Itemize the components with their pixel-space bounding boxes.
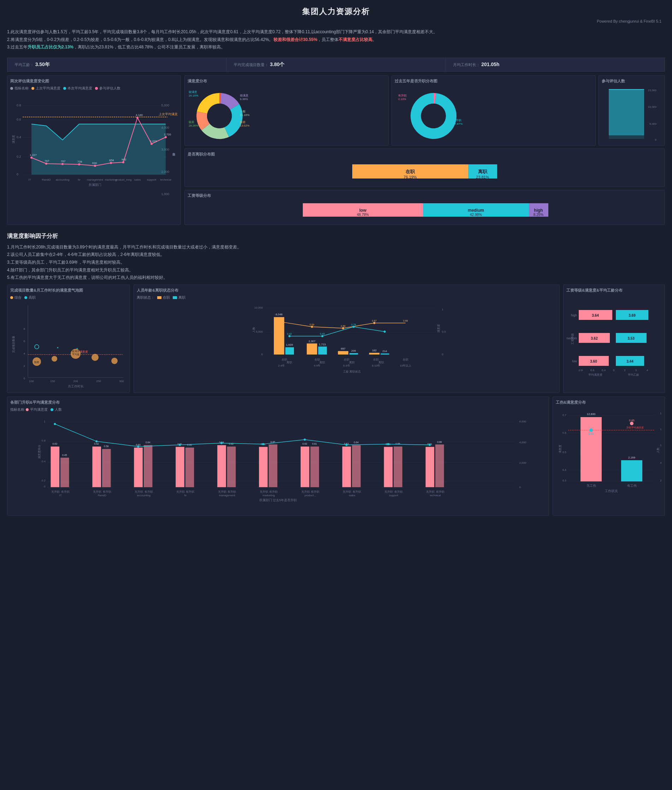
svg-point-23 bbox=[94, 165, 96, 167]
svg-text:4: 4 bbox=[24, 352, 26, 355]
svg-rect-250 bbox=[426, 447, 435, 487]
factors-line1: 1.月均工作时长208h,完成项目数量为3.89个时的满意度最高，月平均工作时长… bbox=[7, 244, 665, 251]
svg-text:high: high bbox=[534, 208, 543, 213]
svg-rect-244 bbox=[352, 445, 361, 487]
svg-text:人数: 人数 bbox=[656, 447, 660, 453]
svg-text:离职: 离职 bbox=[478, 169, 488, 174]
svg-text:15,000: 15,000 bbox=[648, 89, 657, 92]
svg-text:3.69: 3.69 bbox=[629, 314, 635, 317]
svg-text:6-8年: 6-8年 bbox=[343, 364, 350, 367]
svg-text:0.2: 0.2 bbox=[17, 155, 21, 159]
svg-text:工伤状况: 工伤状况 bbox=[605, 489, 618, 493]
svg-text:14,000: 14,000 bbox=[660, 412, 662, 415]
svg-rect-132 bbox=[318, 346, 327, 354]
bottom-row1: 完成项目数量&月工作时长的满意度气泡图 综合 高职 0 2 4 6 8 100 … bbox=[7, 285, 665, 393]
svg-rect-240 bbox=[310, 446, 319, 487]
factors-line5: 5.有工伤的平均满意度大于无工伤的满意度，说明公司的对工伤人员的福利相对较好。 bbox=[7, 274, 665, 282]
svg-text:在职: 在职 bbox=[282, 358, 287, 361]
svg-text:0.67: 0.67 bbox=[372, 319, 377, 322]
svg-text:76.19%: 76.19% bbox=[403, 175, 417, 179]
right-charts: 满意度分布 bbox=[184, 75, 665, 225]
svg-rect-228 bbox=[186, 447, 194, 487]
tenure-svg: 10,000 5,000 0 1 0.5 0 8,048 1,639 bbox=[137, 301, 557, 390]
svg-text:0: 0 bbox=[442, 353, 444, 356]
sat-dist-title: 满意度分布 bbox=[187, 79, 386, 84]
dept-promo-panel: 各部门升职&平均满意度分布 指标名称 平均满意度 人数 1 0.8 0.4 0.… bbox=[7, 397, 549, 516]
middle-right-row: 是否离职分布图 在职 76.19% 离职 23.81% bbox=[184, 149, 665, 187]
svg-text:0.59: 0.59 bbox=[309, 323, 314, 325]
svg-text:5,000: 5,000 bbox=[256, 330, 263, 333]
svg-text:6,000: 6,000 bbox=[519, 420, 526, 423]
svg-text:有升职: 有升职 bbox=[353, 490, 361, 494]
svg-text:0.66: 0.66 bbox=[437, 441, 442, 443]
svg-rect-216 bbox=[61, 458, 69, 487]
svg-text:10,000: 10,000 bbox=[648, 105, 657, 109]
svg-point-22 bbox=[78, 163, 80, 165]
factors-line2: 2.该公司人员工龄集中在2-4年，4-6年工龄的离职占比较高，2-6年离职满意度… bbox=[7, 251, 665, 259]
svg-text:1: 1 bbox=[442, 308, 443, 311]
svg-text:工龄 离职状态: 工龄 离职状态 bbox=[343, 370, 361, 373]
salary-dist-panel: 工资等级分布 low 48.78% medium 42.98% high 8.2… bbox=[184, 190, 665, 225]
svg-rect-238 bbox=[301, 446, 309, 487]
svg-text:在职: 在职 bbox=[344, 358, 349, 361]
svg-point-254 bbox=[54, 423, 56, 425]
svg-text:0.61: 0.61 bbox=[312, 442, 317, 445]
svg-text:平均值: 平均值 bbox=[72, 353, 80, 356]
salary-dist-bar: low 48.78% medium 42.98% high 8.25% bbox=[187, 200, 662, 222]
svg-text:RandD: RandD bbox=[98, 494, 107, 497]
svg-point-257 bbox=[179, 444, 181, 446]
svg-text:满意度: 满意度 bbox=[558, 445, 562, 453]
svg-rect-311 bbox=[581, 417, 602, 481]
svg-text:上次平均满意度: 上次平均满意度 bbox=[158, 112, 178, 116]
chart-legend: 指标名称 上次平均满意度 本次平均满意度 参与评估人数 bbox=[10, 86, 178, 91]
svg-text:0.5: 0.5 bbox=[562, 451, 567, 454]
svg-point-112 bbox=[111, 358, 118, 364]
svg-text:0.61: 0.61 bbox=[588, 432, 594, 436]
svg-text:在职: 在职 bbox=[405, 169, 415, 174]
svg-text:858: 858 bbox=[109, 159, 114, 162]
svg-text:0.5: 0.5 bbox=[442, 330, 446, 333]
svg-text:1: 1 bbox=[44, 420, 45, 423]
svg-rect-140 bbox=[381, 354, 389, 354]
svg-text:0.62: 0.62 bbox=[53, 442, 58, 445]
svg-text:8: 8 bbox=[24, 327, 26, 330]
svg-text:在职: 在职 bbox=[403, 358, 408, 361]
svg-text:4-6年: 4-6年 bbox=[314, 364, 320, 367]
svg-text:0: 0 bbox=[613, 369, 615, 372]
svg-text:无升职: 无升职 bbox=[343, 490, 352, 494]
svg-point-20 bbox=[45, 163, 47, 165]
svg-rect-73 bbox=[609, 90, 644, 135]
svg-text:42.98%: 42.98% bbox=[470, 213, 482, 217]
svg-text:management: management bbox=[87, 178, 104, 181]
svg-text:有升职: 有升职 bbox=[144, 490, 153, 494]
svg-text:300: 300 bbox=[119, 380, 124, 383]
svg-text:97.87%: 97.87% bbox=[453, 122, 462, 125]
svg-text:满意度得分: 满意度得分 bbox=[38, 444, 41, 458]
svg-text:2,229: 2,229 bbox=[150, 139, 157, 143]
svg-text:离职: 离职 bbox=[378, 361, 384, 364]
svg-text:product...: product... bbox=[304, 494, 316, 497]
svg-text:sales: sales bbox=[134, 178, 141, 181]
svg-rect-134 bbox=[338, 351, 348, 354]
scatter-panel: 完成项目数量&月工作时长的满意度气泡图 综合 高职 0 2 4 6 8 100 … bbox=[7, 285, 130, 393]
svg-rect-246 bbox=[384, 447, 393, 487]
svg-rect-224 bbox=[144, 445, 153, 487]
main-charts-row: 两次评估满意度变化图 指标名称 上次平均满意度 本次平均满意度 参与评估人数 0… bbox=[7, 75, 665, 225]
svg-text:0.7: 0.7 bbox=[562, 413, 567, 417]
svg-text:marketing: marketing bbox=[262, 494, 275, 497]
svg-text:8,048: 8,048 bbox=[275, 313, 283, 316]
promo-dist-title: 过去五年是否升职分布图 bbox=[395, 79, 592, 84]
svg-text:0.6: 0.6 bbox=[590, 369, 595, 372]
svg-text:平均满意度: 平均满意度 bbox=[588, 373, 602, 377]
svg-text:0.4: 0.4 bbox=[602, 369, 606, 372]
svg-point-145 bbox=[373, 322, 375, 324]
svg-text:8.25%: 8.25% bbox=[533, 213, 543, 217]
svg-text:2-4年: 2-4年 bbox=[278, 364, 285, 367]
svg-text:0.8: 0.8 bbox=[17, 104, 21, 107]
svg-text:management: management bbox=[219, 494, 236, 497]
svg-text:4: 4 bbox=[646, 369, 648, 372]
svg-point-256 bbox=[137, 445, 139, 447]
svg-rect-218 bbox=[92, 446, 101, 487]
svg-text:3.44: 3.44 bbox=[626, 359, 634, 363]
injury-svg: 0.7 0.6 0.5 0.4 0.3 14,000 12,000 10,000… bbox=[556, 407, 662, 506]
